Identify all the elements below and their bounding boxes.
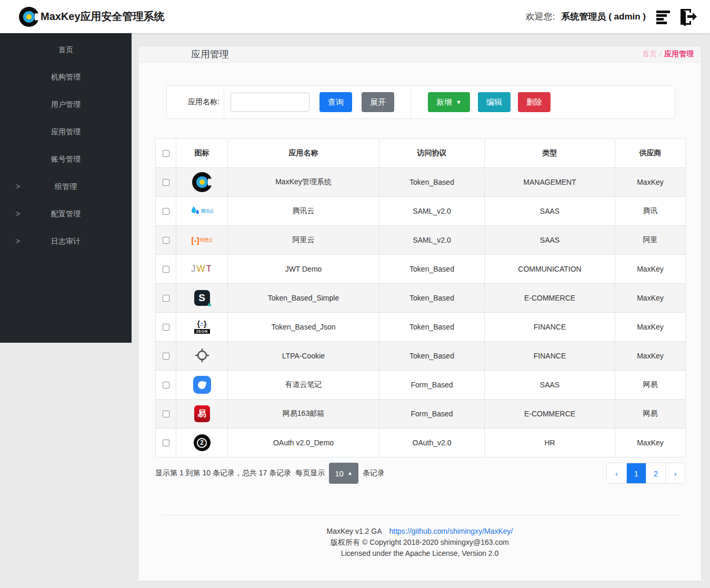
- select-all-checkbox[interactable]: [163, 150, 169, 157]
- footer-copyright: 版权所有 © Copyright 2018-2020 shimingxy@163…: [138, 537, 701, 548]
- table-row[interactable]: 有道云笔记 Form_Based SAAS 网易: [156, 371, 686, 400]
- table-row[interactable]: 腾讯云 腾讯云 SAML_v2.0 SAAS 腾讯: [156, 197, 686, 226]
- row-checkbox[interactable]: [163, 411, 169, 417]
- table-row[interactable]: 2 OAuth v2.0_Demo OAuth_v2.0 HR MaxKey: [156, 428, 686, 457]
- main-content: 应用管理 首页 / 应用管理 应用名称: 查询 展开 新增▼ 编辑 删除 图标 …: [138, 46, 701, 581]
- pagination-info: 显示第 1 到第 10 条记录，总共 17 条记录 每页显示 10 ▲ 条记录: [155, 463, 385, 484]
- sidebar-item-groups[interactable]: >组管理: [0, 173, 132, 200]
- sidebar-item-home[interactable]: 首页: [0, 36, 132, 63]
- col-header-vendor: 供应商: [615, 139, 686, 168]
- breadcrumb-bar: 应用管理 首页 / 应用管理: [138, 46, 701, 63]
- row-checkbox[interactable]: [163, 324, 169, 331]
- chevron-right-icon: >: [16, 227, 20, 255]
- add-button[interactable]: 新增▼: [428, 92, 470, 112]
- table-row[interactable]: {∴} JSON Token_Based_Json Token_Based FI…: [156, 313, 686, 342]
- jwt-icon: JWT: [191, 264, 213, 274]
- col-header-icon: 图标: [176, 139, 228, 168]
- edit-button[interactable]: 编辑: [478, 92, 511, 112]
- app-title: MaxKey应用安全管理系统: [41, 9, 165, 24]
- netease-163-icon: 易: [194, 405, 210, 422]
- sidebar-item-accounts[interactable]: 账号管理: [0, 145, 132, 173]
- json-badge-icon: {∴} JSON: [194, 320, 211, 334]
- page-title: 应用管理: [191, 48, 229, 61]
- brand: MaxKey应用安全管理系统: [19, 7, 165, 27]
- navbar-icons: [655, 7, 697, 27]
- query-button[interactable]: 查询: [319, 92, 352, 112]
- footer-version-line: MaxKey v1.2 GAhttps://github.com/shiming…: [138, 526, 701, 537]
- sidebar: 首页 机构管理 用户管理 应用管理 账号管理 >组管理 >配置管理 >日志审计: [0, 33, 132, 343]
- table-row[interactable]: JWT JWT Demo Token_Based COMMUNICATION M…: [156, 255, 686, 284]
- sidebar-menu: 首页 机构管理 用户管理 应用管理 账号管理 >组管理 >配置管理 >日志审计: [0, 33, 132, 255]
- row-checkbox[interactable]: [163, 266, 169, 273]
- col-header-name: 应用名称: [228, 139, 379, 168]
- current-user: 系统管理员 ( admin ): [561, 11, 646, 23]
- menu-list-icon[interactable]: [655, 9, 673, 25]
- welcome-label: 欢迎您:: [526, 11, 555, 23]
- caret-up-icon: ▲: [347, 471, 353, 476]
- page-2-button[interactable]: 2: [646, 463, 665, 483]
- footer: MaxKey v1.2 GAhttps://github.com/shiming…: [138, 526, 701, 559]
- ltpa-target-icon: [195, 348, 209, 364]
- footer-license: Licensed under the Apache License, Versi…: [138, 548, 701, 559]
- breadcrumb-separator: /: [659, 50, 662, 58]
- caret-down-icon: ▼: [456, 99, 462, 105]
- breadcrumb: 首页 / 应用管理: [642, 49, 694, 59]
- table-row[interactable]: [-] 阿里云 阿里云 SAML_v2.0 SAAS 阿里: [156, 226, 686, 255]
- row-checkbox[interactable]: [163, 440, 169, 446]
- table-row[interactable]: S Token_Based_Simple Token_Based E-COMME…: [156, 284, 686, 313]
- row-checkbox[interactable]: [163, 179, 169, 186]
- aliyun-icon: [-] 阿里云: [192, 236, 213, 245]
- sidebar-item-audit[interactable]: >日志审计: [0, 227, 132, 255]
- s-badge-icon: S: [194, 290, 210, 306]
- sidebar-item-org[interactable]: 机构管理: [0, 63, 132, 91]
- logout-icon[interactable]: [675, 7, 697, 27]
- app-name-input[interactable]: [231, 93, 309, 112]
- oauth2-icon: 2: [194, 434, 211, 451]
- github-link[interactable]: https://github.com/shimingxy/MaxKey/: [389, 527, 513, 535]
- col-header-type: 类型: [485, 139, 615, 168]
- row-checkbox[interactable]: [163, 382, 169, 388]
- top-navbar: MaxKey应用安全管理系统 欢迎您: 系统管理员 ( admin ): [0, 0, 710, 33]
- expand-button[interactable]: 展开: [362, 92, 394, 112]
- row-checkbox[interactable]: [163, 237, 169, 244]
- maxkey-logo-icon: [19, 7, 39, 27]
- col-header-protocol: 访问协议: [379, 139, 485, 168]
- table-row[interactable]: MaxKey管理系统 Token_Based MANAGEMENT MaxKey: [156, 168, 686, 197]
- youdao-note-icon: [193, 376, 211, 394]
- applications-table: 图标 应用名称 访问协议 类型 供应商 MaxKey管理系统 Token_Bas…: [155, 138, 685, 457]
- pager: ‹ 1 2 ›: [606, 463, 685, 484]
- page-size-dropdown[interactable]: 10 ▲: [329, 463, 358, 484]
- chevron-right-icon: >: [16, 173, 20, 200]
- search-label: 应用名称:: [167, 86, 224, 118]
- navbar-right: 欢迎您: 系统管理员 ( admin ): [526, 7, 697, 27]
- row-checkbox[interactable]: [163, 295, 169, 302]
- maxkey-logo-icon: [192, 172, 212, 192]
- table-row[interactable]: LTPA-Cookie Token_Based FINANCE MaxKey: [156, 342, 686, 371]
- breadcrumb-home-link[interactable]: 首页: [642, 49, 657, 59]
- next-page-button[interactable]: ›: [665, 463, 685, 483]
- sidebar-item-config[interactable]: >配置管理: [0, 200, 132, 227]
- page-1-button[interactable]: 1: [626, 463, 646, 483]
- tencent-cloud-icon: 腾讯云: [191, 206, 214, 216]
- search-toolbar: 应用名称: 查询 展开 新增▼ 编辑 删除: [166, 85, 675, 119]
- row-checkbox[interactable]: [163, 208, 169, 215]
- chevron-right-icon: >: [16, 200, 20, 227]
- footer-divider: [163, 515, 682, 515]
- toolbar-divider: [411, 86, 411, 118]
- row-checkbox[interactable]: [163, 353, 169, 360]
- pagination-bar: 显示第 1 到第 10 条记录，总共 17 条记录 每页显示 10 ▲ 条记录 …: [155, 458, 685, 489]
- sidebar-item-apps[interactable]: 应用管理: [0, 118, 132, 145]
- sidebar-item-users[interactable]: 用户管理: [0, 91, 132, 118]
- table-row[interactable]: 易 网易163邮箱 Form_Based E-COMMERCE 网易: [156, 400, 686, 428]
- table-header-row: 图标 应用名称 访问协议 类型 供应商: [156, 139, 686, 168]
- delete-button[interactable]: 删除: [518, 92, 551, 112]
- prev-page-button[interactable]: ‹: [607, 463, 626, 483]
- breadcrumb-current: 应用管理: [664, 49, 694, 59]
